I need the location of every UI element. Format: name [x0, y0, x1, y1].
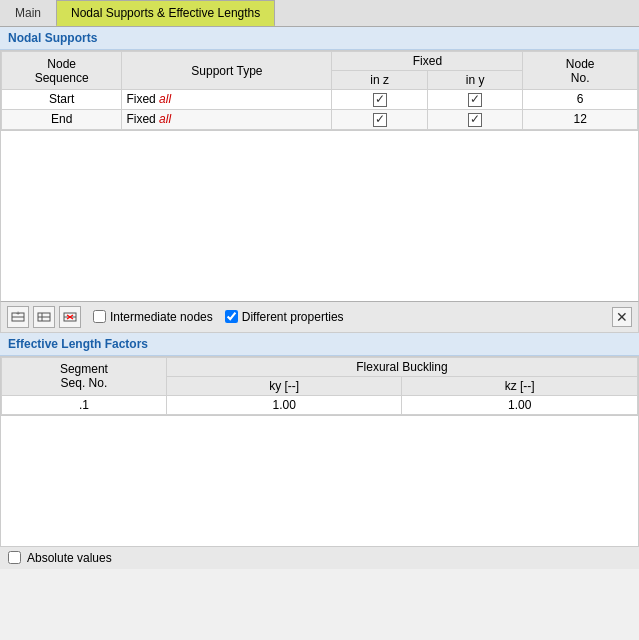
col-header-fixed-z: in z	[332, 71, 427, 90]
absolute-values-checkbox[interactable]	[8, 551, 21, 564]
delete-icon	[63, 310, 77, 324]
table-row: End Fixed all 12	[2, 109, 638, 129]
toolbar-btn-delete[interactable]	[59, 306, 81, 328]
checkbox-fixed-y-start[interactable]	[468, 93, 482, 107]
nodal-supports-area: NodeSequence Support Type Fixed NodeNo. …	[0, 50, 639, 131]
tab-main[interactable]: Main	[0, 0, 56, 26]
edit-icon	[37, 310, 51, 324]
col-header-segment-seq: SegmentSeq. No.	[2, 357, 167, 395]
effective-length-empty-area	[0, 416, 639, 546]
table-row: Start Fixed all 6	[2, 90, 638, 110]
effective-length-header: Effective Length Factors	[0, 333, 639, 356]
checkbox-fixed-z-start[interactable]	[373, 93, 387, 107]
col-header-ky: ky [--]	[166, 376, 402, 395]
cell-seg-seq-1: .1	[2, 395, 167, 414]
cell-node-no-end: 12	[523, 109, 638, 129]
intermediate-nodes-text: Intermediate nodes	[110, 310, 213, 324]
toolbar: + Intermediate nodes Different propertie…	[0, 301, 639, 333]
cell-fixed-y-end[interactable]	[427, 109, 522, 129]
different-properties-checkbox[interactable]	[225, 310, 238, 323]
col-header-support-type: Support Type	[122, 52, 332, 90]
close-button[interactable]: ✕	[612, 307, 632, 327]
col-header-flexural-buckling: Flexural Buckling	[166, 357, 637, 376]
absolute-values-label: Absolute values	[27, 551, 112, 565]
effective-length-area: SegmentSeq. No. Flexural Buckling ky [--…	[0, 356, 639, 416]
intermediate-nodes-checkbox[interactable]	[93, 310, 106, 323]
tab-bar: Main Nodal Supports & Effective Lengths	[0, 0, 639, 27]
close-icon: ✕	[616, 309, 628, 325]
table-row: .1 1.00 1.00	[2, 395, 638, 414]
tab-nodal[interactable]: Nodal Supports & Effective Lengths	[56, 0, 275, 26]
col-header-fixed-y: in y	[427, 71, 522, 90]
col-header-fixed-group: Fixed	[332, 52, 523, 71]
cell-seq-end: End	[2, 109, 122, 129]
different-properties-text: Different properties	[242, 310, 344, 324]
add-row-icon: +	[11, 310, 25, 324]
checkbox-fixed-z-end[interactable]	[373, 113, 387, 127]
bottom-bar: Absolute values	[0, 546, 639, 569]
intermediate-nodes-label[interactable]: Intermediate nodes	[93, 310, 213, 324]
cell-fixed-z-start[interactable]	[332, 90, 427, 110]
toolbar-btn-add[interactable]: +	[7, 306, 29, 328]
cell-fixed-y-start[interactable]	[427, 90, 522, 110]
cell-fixed-z-end[interactable]	[332, 109, 427, 129]
cell-node-no-start: 6	[523, 90, 638, 110]
nodal-supports-empty-area	[0, 131, 639, 301]
col-header-node-no: NodeNo.	[523, 52, 638, 90]
cell-support-type-start: Fixed all	[122, 90, 332, 110]
nodal-supports-header: Nodal Supports	[0, 27, 639, 50]
elf-table: SegmentSeq. No. Flexural Buckling ky [--…	[1, 357, 638, 415]
cell-support-type-end: Fixed all	[122, 109, 332, 129]
col-header-kz: kz [--]	[402, 376, 638, 395]
cell-seq-start: Start	[2, 90, 122, 110]
svg-text:+: +	[16, 310, 20, 317]
checkbox-fixed-y-end[interactable]	[468, 113, 482, 127]
cell-kz-1: 1.00	[402, 395, 638, 414]
col-header-node-seq: NodeSequence	[2, 52, 122, 90]
cell-ky-1: 1.00	[166, 395, 402, 414]
different-properties-label[interactable]: Different properties	[225, 310, 344, 324]
support-table: NodeSequence Support Type Fixed NodeNo. …	[1, 51, 638, 130]
toolbar-btn-edit[interactable]	[33, 306, 55, 328]
